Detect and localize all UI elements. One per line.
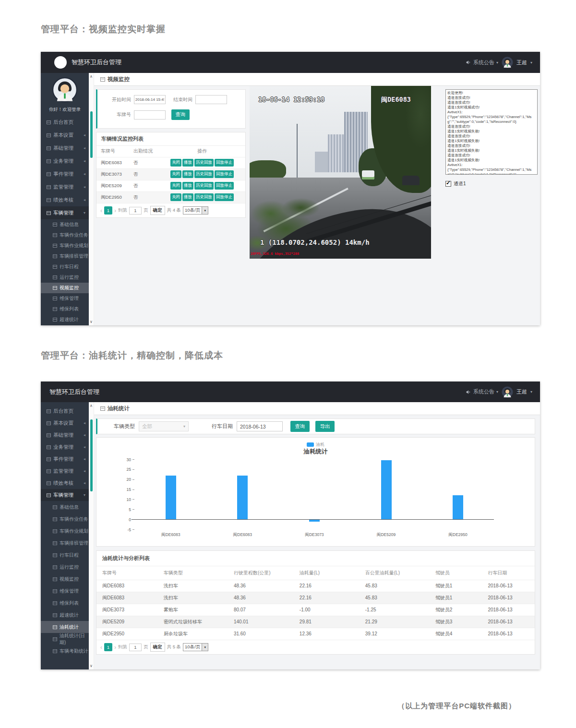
play-button[interactable]: 播放: [182, 182, 193, 190]
scrollbar[interactable]: ∧ ∨: [89, 73, 94, 325]
per-page-select[interactable]: 10条/页▾: [183, 206, 208, 215]
per-page-select[interactable]: 10条/页▾: [183, 643, 208, 651]
sidebar-item-vehicle-mgmt[interactable]: 车辆管理▾: [41, 489, 89, 501]
vehicle-type-select[interactable]: 全部▾: [139, 421, 189, 431]
sidebar-item-performance[interactable]: 绩效考核◂: [41, 477, 89, 489]
close-button[interactable]: 关闭: [170, 182, 181, 190]
prev-page-icon[interactable]: ‹: [100, 644, 102, 650]
sidebar-item-driving-schedule[interactable]: 行车日程: [41, 549, 89, 561]
sidebar-item-maintenance-mgmt[interactable]: 维保管理: [41, 585, 89, 597]
sidebar-item-base-info[interactable]: 基础信息: [41, 501, 89, 513]
history-playback-button[interactable]: 历史回放: [194, 159, 214, 167]
sidebar-item-run-monitor[interactable]: 运行监控: [41, 561, 89, 573]
export-button[interactable]: 导出: [315, 421, 335, 432]
stop-playback-button[interactable]: 回放停止: [215, 193, 234, 201]
sidebar-item-business-mgmt[interactable]: 业务管理◂: [41, 155, 89, 167]
scrollbar-thumb[interactable]: [90, 419, 93, 491]
user-avatar[interactable]: [502, 57, 513, 68]
chart-legend[interactable]: 油耗: [96, 442, 535, 448]
y-axis-tickmark: [132, 469, 134, 470]
system-announcement[interactable]: 系统公告 ▾: [466, 388, 498, 395]
chevron-down-icon[interactable]: ∨: [89, 320, 94, 324]
play-button[interactable]: 播放: [182, 193, 193, 201]
current-page[interactable]: 1: [104, 206, 112, 215]
sidebar-item-maintenance-list[interactable]: 维保列表: [41, 304, 89, 314]
sidebar-item-vehicle-task[interactable]: 车辆作业任务: [41, 230, 89, 240]
channel-checkbox[interactable]: ✓: [445, 181, 451, 187]
sidebar-item-fuel-stats[interactable]: 油耗统计: [41, 621, 89, 633]
sidebar-item-shift-mgmt[interactable]: 车辆排班管理: [41, 251, 89, 262]
sidebar-item-video-monitor[interactable]: 视频监控: [41, 573, 89, 585]
start-time-input[interactable]: [134, 95, 166, 104]
next-page-icon[interactable]: ›: [114, 208, 116, 214]
sidebar-item-overspeed-stats[interactable]: 超速统计: [41, 314, 89, 325]
sidebar-item-run-monitor[interactable]: 运行监控: [41, 272, 89, 283]
scrollbar-thumb[interactable]: [90, 111, 93, 158]
sidebar-item-shift-mgmt[interactable]: 车辆排班管理: [41, 537, 89, 549]
user-avatar[interactable]: [502, 386, 513, 398]
sidebar-item-vehicle-plan[interactable]: 车辆作业规划: [41, 525, 89, 537]
page-input[interactable]: [129, 644, 142, 651]
sidebar-item-basic-settings[interactable]: 基本设置◂: [41, 129, 89, 142]
sidebar-item-business-mgmt[interactable]: 业务管理◂: [41, 441, 89, 453]
sidebar-item-basic-settings[interactable]: 基本设置◂: [41, 417, 89, 429]
menu-icon: [53, 601, 57, 605]
next-page-icon[interactable]: ›: [114, 644, 116, 650]
sidebar-item-fuel-stats-by-date[interactable]: 油耗统计(日期): [41, 633, 89, 645]
tab-video-monitor[interactable]: 视频监控: [89, 73, 540, 86]
close-button[interactable]: 关闭: [170, 170, 181, 178]
stop-playback-button[interactable]: 回放停止: [215, 182, 234, 190]
confirm-button[interactable]: 确定: [150, 206, 165, 215]
sidebar-item-base-mgmt[interactable]: 基础管理◂: [41, 142, 89, 155]
caret-down-icon[interactable]: ▾: [530, 60, 532, 65]
sidebar-item-maintenance-mgmt[interactable]: 维保管理: [41, 293, 89, 304]
prev-page-icon[interactable]: ‹: [100, 208, 102, 214]
end-time-input[interactable]: [195, 95, 227, 104]
confirm-button[interactable]: 确定: [150, 643, 165, 652]
sidebar-item-home[interactable]: 后台首页: [41, 116, 89, 129]
sidebar-item-base-info[interactable]: 基础信息: [41, 219, 89, 230]
sidebar-item-event-mgmt[interactable]: 事件管理◂: [41, 167, 89, 180]
chevron-up-icon[interactable]: ∧: [89, 404, 94, 408]
sidebar-item-home[interactable]: 后台首页: [41, 405, 89, 417]
sidebar-item-supervision[interactable]: 监管管理◂: [41, 465, 89, 477]
drive-date-input[interactable]: [237, 421, 283, 431]
x-axis-label: 闽DE3073: [278, 532, 350, 538]
sidebar-item-supervision[interactable]: 监管管理◂: [41, 180, 89, 193]
sidebar-item-driving-schedule[interactable]: 行车日程: [41, 262, 89, 272]
stop-playback-button[interactable]: 回放停止: [215, 159, 234, 167]
play-button[interactable]: 播放: [182, 170, 193, 178]
history-playback-button[interactable]: 历史回放: [194, 182, 214, 190]
page-input[interactable]: [129, 207, 142, 215]
connection-log[interactable]: 欢迎使用! 通道连接成功! 通道连接成功! 通道1实时视频成功! AvtiveX…: [445, 89, 538, 175]
search-button[interactable]: 查询: [290, 421, 310, 432]
sidebar-item-performance[interactable]: 绩效考核◂: [41, 193, 89, 206]
chevron-up-icon[interactable]: ∧: [89, 74, 94, 79]
system-announcement[interactable]: 系统公告 ▾: [466, 59, 498, 66]
sidebar-item-video-monitor[interactable]: 视频监控: [41, 283, 89, 293]
sidebar-item-maintenance-list[interactable]: 维保列表: [41, 597, 89, 609]
stop-playback-button[interactable]: 回放停止: [215, 170, 234, 178]
sidebar-item-base-mgmt[interactable]: 基础管理◂: [41, 429, 89, 441]
close-button[interactable]: 关闭: [170, 193, 181, 201]
caret-down-icon[interactable]: ▾: [530, 390, 532, 394]
sidebar-item-event-mgmt[interactable]: 事件管理◂: [41, 453, 89, 465]
play-button[interactable]: 播放: [182, 159, 193, 167]
search-button[interactable]: 查询: [171, 109, 190, 120]
tab-fuel-stats[interactable]: 油耗统计: [89, 402, 540, 415]
sidebar-item-vehicle-task[interactable]: 车辆作业任务: [41, 513, 89, 525]
sidebar-item-vehicle-plan[interactable]: 车辆作业规划: [41, 240, 89, 251]
sidebar-item-vehicle-attendance[interactable]: 车辆考勤统计: [41, 645, 89, 657]
sidebar-item-vehicle-mgmt[interactable]: 车辆管理▾: [41, 206, 89, 219]
sidebar-item-overspeed-stats[interactable]: 超速统计: [41, 609, 89, 621]
scrollbar[interactable]: ∧ ∨: [89, 402, 94, 669]
username[interactable]: 王超: [516, 59, 527, 66]
history-playback-button[interactable]: 历史回放: [194, 193, 214, 201]
history-playback-button[interactable]: 历史回放: [194, 170, 214, 178]
close-button[interactable]: 关闭: [170, 159, 181, 167]
menu-icon: [47, 421, 51, 425]
username[interactable]: 王超: [516, 388, 527, 395]
current-page[interactable]: 1: [104, 643, 112, 651]
chevron-down-icon[interactable]: ∨: [89, 664, 94, 668]
plate-input[interactable]: [134, 110, 166, 119]
